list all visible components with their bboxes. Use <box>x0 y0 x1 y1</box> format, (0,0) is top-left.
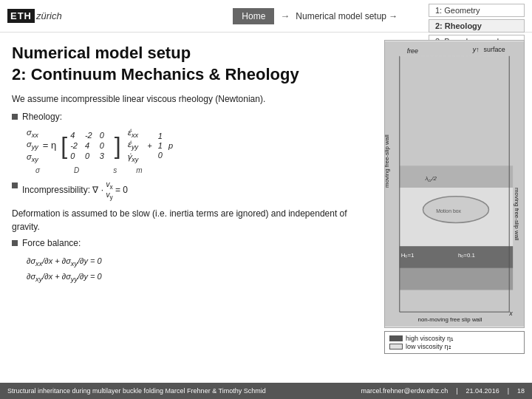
svg-text:y↑: y↑ <box>472 46 480 53</box>
legend: high viscosity η₁ low viscosity η₂ <box>384 331 525 354</box>
diagram: free y↑ surface moving free-slip wall mo… <box>384 40 525 328</box>
menu-item-geometry[interactable]: 1: Geometry <box>429 4 525 17</box>
svg-text:Motion box: Motion box <box>436 208 461 214</box>
eth-logo: ETH zürich <box>7 9 62 23</box>
svg-text:free: free <box>407 47 418 55</box>
nav-text: Numerical model setup → <box>296 11 398 21</box>
footer-date: 21.04.2016 <box>466 387 499 395</box>
menu-item-rheology[interactable]: 2: Rheology <box>429 19 525 33</box>
svg-text:surface: surface <box>484 46 505 53</box>
svg-text:h₀=0.1: h₀=0.1 <box>458 252 476 259</box>
legend-color-high <box>389 335 403 341</box>
header: ETH zürich Home → Numerical model setup … <box>0 0 532 33</box>
force-formula-block: ∂σxx/∂x + ∂σxy/∂y = 0 ∂σxy/∂x + ∂σyy/∂y … <box>27 254 365 286</box>
intro-text: We assume incompressible linear viscous … <box>12 92 365 106</box>
legend-color-low <box>389 344 403 349</box>
footer-left-text: Structural inheritance during multilayer… <box>7 387 266 395</box>
legend-item-high: high viscosity η₁ <box>389 335 519 342</box>
page-title: Numerical model setup 2: Continuum Mecha… <box>12 43 365 85</box>
footer-page: 18 <box>517 387 525 395</box>
legend-label-low: low viscosity η₂ <box>406 343 451 350</box>
formula-labels: σ D s m <box>28 166 365 174</box>
svg-text:moving free-slip wall: moving free-slip wall <box>385 134 390 188</box>
incompressibility-section: Incompressibility: ∇ · vxvy = 0 <box>12 180 365 201</box>
legend-label-high: high viscosity η₁ <box>406 335 454 342</box>
deformation-text: Deformation is assumed to be slow (i.e. … <box>12 207 365 233</box>
svg-text:non-moving free slip wall: non-moving free slip wall <box>418 316 482 323</box>
svg-rect-8 <box>400 246 513 268</box>
legend-item-low: low viscosity η₂ <box>389 343 519 350</box>
matrix-D: 4-20 -240 003 <box>70 131 112 160</box>
svg-text:moving free-slip wall: moving free-slip wall <box>514 188 520 241</box>
home-button[interactable]: Home <box>233 8 274 24</box>
svg-rect-10 <box>400 166 513 188</box>
rheology-label: Rheology: <box>22 112 62 122</box>
svg-rect-7 <box>400 268 513 290</box>
left-content: Numerical model setup 2: Continuum Mecha… <box>0 33 377 399</box>
footer-right: marcel.frehner@erdw.ethz.ch | 21.04.2016… <box>361 387 525 395</box>
incompressibility-bullet <box>12 183 18 188</box>
diagram-svg: free y↑ surface moving free-slip wall mo… <box>385 41 524 327</box>
force-label: Force balance: <box>22 238 81 248</box>
eth-label: ETH <box>7 9 35 23</box>
svg-text:H₀=1: H₀=1 <box>401 252 415 259</box>
incompressibility-label: Incompressibility: ∇ · vxvy = 0 <box>22 180 128 201</box>
main-content: Numerical model setup 2: Continuum Mecha… <box>0 33 532 399</box>
force-balance-bullet <box>12 240 18 246</box>
rheology-formula: σxx σyy σxy = η [ 4-20 -240 003 ] ε̇xx ε… <box>27 128 365 163</box>
rheology-bullet <box>12 114 18 120</box>
footer: Structural inheritance during multilayer… <box>0 383 532 399</box>
footer-email: marcel.frehner@erdw.ethz.ch <box>361 387 449 395</box>
rheology-section: Rheology: <box>12 112 365 122</box>
zurich-label: zürich <box>36 10 62 21</box>
nav-arrow-1: → <box>280 10 290 21</box>
force-balance-section: Force balance: <box>12 238 365 248</box>
right-diagram-panel: free y↑ surface moving free-slip wall mo… <box>377 33 532 399</box>
